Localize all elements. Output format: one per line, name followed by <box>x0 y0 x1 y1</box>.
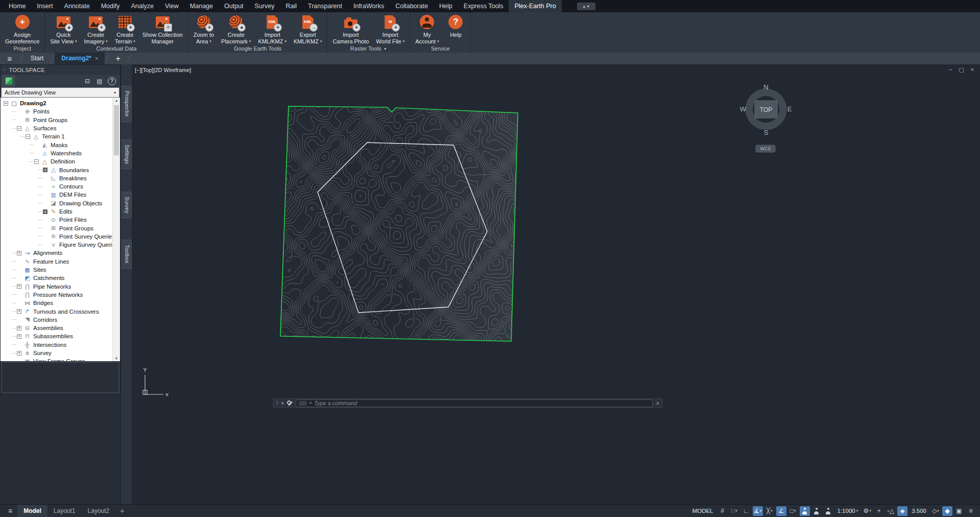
tree-item-breaklines[interactable]: ◺Breaklines <box>1 174 112 182</box>
create-terrain-button[interactable]: +CreateTerrain▾ <box>111 12 139 44</box>
help-button[interactable]: ?Help <box>442 12 469 44</box>
annotation-scale-value[interactable]: 1:1000▾ <box>835 508 861 514</box>
expand-toggle-icon[interactable]: + <box>17 351 21 356</box>
import-kml-kmz-button[interactable]: KML+ImportKML/KMZ▾ <box>255 12 290 44</box>
expand-toggle-icon[interactable]: + <box>17 284 21 289</box>
collapse-toggle-icon[interactable]: − <box>26 134 30 139</box>
snap-mode-toggle[interactable]: ∷▾ <box>729 506 739 516</box>
tree-item-watersheds[interactable]: ◬Watersheds <box>1 149 112 157</box>
restore-icon[interactable]: ▢ <box>959 66 964 73</box>
isolate-objects-button[interactable]: ◇▾ <box>930 506 941 516</box>
polar-tracking-toggle[interactable]: ∡▾ <box>753 506 763 516</box>
palette-tab-toolbox[interactable]: Toolbox <box>121 240 132 268</box>
close-icon[interactable]: × <box>95 53 98 64</box>
tree-item-sites[interactable]: ▦Sites <box>1 266 112 274</box>
item-view-icon[interactable]: ⊟ <box>83 78 91 85</box>
tree-item-alignments[interactable]: +↝Alignments <box>1 249 112 257</box>
expand-toggle-icon[interactable]: + <box>17 309 21 314</box>
file-tab-drawing2[interactable]: Drawing2*× <box>55 53 105 64</box>
menu-item-home[interactable]: Home <box>3 0 31 12</box>
tree-item-edits[interactable]: •✎Edits <box>1 207 112 216</box>
scrollbar-thumb[interactable] <box>114 105 119 155</box>
import-world-file-button[interactable]: W+ImportWorld File▾ <box>372 12 408 44</box>
tree-item-definition[interactable]: −△Definition <box>1 157 112 166</box>
menu-item-survey[interactable]: Survey <box>249 0 280 12</box>
isometric-drafting-toggle[interactable]: ╳▾ <box>764 506 775 516</box>
expand-toggle-icon[interactable]: + <box>17 251 21 255</box>
expand-toggle-icon[interactable]: • <box>43 168 47 172</box>
tree-item-point-survey-queries[interactable]: ⊚Point Survey Queries <box>1 232 112 241</box>
command-line-bar[interactable]: ⁞⁞ × ▾ Type a command ∧ <box>273 398 662 408</box>
tree-item-intersections[interactable]: ╬Intersections <box>1 341 112 349</box>
file-tab-start[interactable]: Start <box>24 53 50 64</box>
zoom-to-area-button[interactable]: +Zoom toArea▾ <box>190 12 218 44</box>
tree-item-feature-lines[interactable]: ∿Feature Lines <box>1 257 112 266</box>
layout-menu-icon[interactable]: ≡ <box>3 507 17 515</box>
grid-display-toggle[interactable]: # <box>718 506 728 516</box>
command-history-toggle-icon[interactable]: ∧ <box>656 401 659 406</box>
tree-item-contours[interactable]: ≈Contours <box>1 182 112 191</box>
menu-item-output[interactable]: Output <box>219 0 249 12</box>
tree-item-point-files[interactable]: ⊙Point Files <box>1 216 112 224</box>
menu-item-collaborate[interactable]: Collaborate <box>390 0 434 12</box>
tree-item-turnouts-and-crossovers[interactable]: +↱Turnouts and Crossovers <box>1 307 112 315</box>
assign-georeference-button[interactable]: +AssignGeoreference <box>2 12 43 44</box>
create-placemark-button[interactable]: ●CreatePlacemark▾ <box>218 12 254 44</box>
tree-item-corridors[interactable]: ◥Corridors <box>1 316 112 324</box>
quick-site-view-button[interactable]: ●QuickSite View▾ <box>46 12 80 44</box>
show-collection-manager-button[interactable]: ≡Show CollectionManager <box>139 12 186 44</box>
elevation-value[interactable]: 3.500 <box>909 508 929 514</box>
tree-item-pressure-networks[interactable]: ∏Pressure Networks <box>1 291 112 299</box>
menu-item-infraworks[interactable]: InfraWorks <box>348 0 390 12</box>
expand-toggle-icon[interactable]: • <box>43 209 47 214</box>
menu-item-express-tools[interactable]: Express Tools <box>458 0 509 12</box>
tree-item-subassemblies[interactable]: +⊓Subassemblies <box>1 332 112 340</box>
viewport-controls-label[interactable]: [−][Top][2D Wireframe] <box>135 67 191 73</box>
menu-item-insert[interactable]: Insert <box>31 0 58 12</box>
expand-toggle-icon[interactable]: + <box>17 326 21 331</box>
tree-item-points[interactable]: ⊕Points <box>1 107 112 115</box>
menu-item-help[interactable]: Help <box>434 0 458 12</box>
customize-wrench-icon[interactable] <box>287 401 293 406</box>
palette-tab-prospector[interactable]: Prospector <box>121 86 132 122</box>
collapse-toggle-icon[interactable]: − <box>4 101 8 106</box>
tree-scrollbar[interactable]: ▲ ▼ <box>112 98 120 361</box>
tree-item-assemblies[interactable]: +⊟Assemblies <box>1 324 112 332</box>
view-selector-dropdown[interactable]: Active Drawing View ▾ <box>1 87 119 98</box>
shaded-viewport-toggle[interactable]: ◈ <box>897 506 907 516</box>
tree-item-pipe-networks[interactable]: +∏Pipe Networks <box>1 283 112 291</box>
scroll-down-icon[interactable]: ▼ <box>113 357 120 360</box>
import-camera-photo-button[interactable]: +ImportCamera Photo <box>329 12 372 44</box>
close-icon[interactable]: × <box>971 66 974 73</box>
ribbon-display-toggle[interactable]: ▴▾ <box>577 3 595 10</box>
toolspace-header[interactable]: ⁞⁞ TOOLSPACE <box>1 65 120 75</box>
units-button[interactable]: ▫△ <box>886 506 896 516</box>
menu-item-rail[interactable]: Rail <box>280 0 302 12</box>
tree-item-drawing2[interactable]: −▢Drawing2 <box>1 99 112 107</box>
chevron-down-icon[interactable]: ▼ <box>384 45 387 53</box>
tree-item-drawing-objects[interactable]: ◪Drawing Objects <box>1 199 112 207</box>
create-imagery-button[interactable]: +CreateImagery▾ <box>80 12 111 44</box>
scroll-up-icon[interactable]: ▲ <box>113 99 120 102</box>
palette-tab-settings[interactable]: Settings <box>121 139 132 169</box>
menu-item-analyze[interactable]: Analyze <box>125 0 159 12</box>
tree-item-view-frame-groups[interactable]: ▣View Frame Groups <box>1 357 112 361</box>
annotation-monitor-toggle[interactable]: + <box>874 506 884 516</box>
tree-item-terrain-1[interactable]: −△Terrain 1 <box>1 132 112 140</box>
command-input[interactable]: ▾ Type a command <box>296 400 653 407</box>
chevron-down-icon[interactable]: ▾ <box>309 401 312 405</box>
tree-item-bridges[interactable]: ⋈Bridges <box>1 299 112 307</box>
command-bar-grip-icon[interactable]: ⁞⁞ <box>276 401 278 406</box>
model-space-button[interactable]: MODEL <box>690 508 716 514</box>
customization-button[interactable]: ≡ <box>966 506 976 516</box>
new-layout-button[interactable]: + <box>115 507 129 515</box>
help-icon[interactable]: ? <box>108 77 116 85</box>
view-compass[interactable]: TOP N W E S <box>740 83 792 136</box>
tree-item-figure-survey-queries[interactable]: ⋎Figure Survey Queries <box>1 241 112 249</box>
tree-item-boundaries[interactable]: •△Boundaries <box>1 166 112 174</box>
tree-item-point-groups[interactable]: ⊞Point Groups <box>1 116 112 124</box>
preview-toggle-icon[interactable]: ▤ <box>95 78 104 85</box>
menu-item-transparent[interactable]: Transparent <box>302 0 348 12</box>
tree-item-catchments[interactable]: ◩Catchments <box>1 274 112 282</box>
clean-screen-button[interactable]: ▣ <box>954 506 964 516</box>
